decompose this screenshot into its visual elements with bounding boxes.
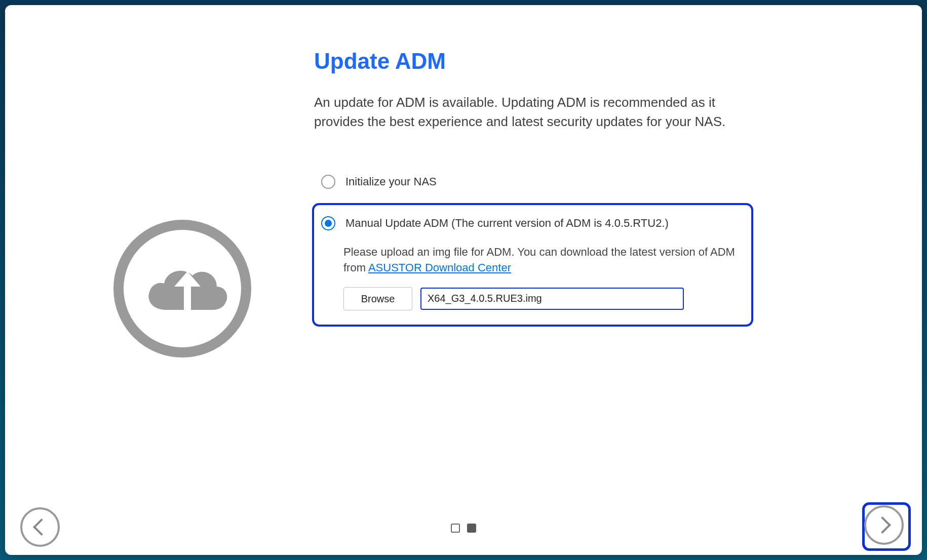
option-manual-label: Manual Update ADM (The current version o…: [345, 217, 669, 230]
step-dot-2: [467, 524, 476, 533]
radio-icon: [321, 216, 335, 230]
option-manual-update[interactable]: Manual Update ADM (The current version o…: [314, 205, 751, 325]
content-area: Update ADM An update for ADM is availabl…: [5, 5, 922, 499]
option-initialize[interactable]: Initialize your NAS: [314, 172, 836, 192]
step-indicator: [451, 524, 476, 533]
chevron-left-icon: [33, 518, 50, 536]
option-initialize-label: Initialize your NAS: [345, 175, 437, 188]
previous-button[interactable]: [20, 507, 60, 547]
form-pane: Update ADM An update for ADM is availabl…: [304, 5, 922, 499]
download-center-link[interactable]: ASUSTOR Download Center: [368, 261, 511, 274]
browse-button[interactable]: Browse: [343, 287, 412, 310]
file-path-input[interactable]: [420, 288, 684, 310]
current-version: 4.0.5.RTU2: [605, 217, 662, 229]
page-title: Update ADM: [314, 49, 836, 74]
page-description: An update for ADM is available. Updating…: [314, 93, 750, 131]
footer-bar: [5, 499, 922, 555]
next-button[interactable]: [864, 505, 904, 545]
illustration-pane: [5, 5, 304, 499]
step-dot-1: [451, 524, 460, 533]
cloud-upload-icon: [111, 218, 253, 362]
radio-icon: [321, 175, 335, 189]
wizard-window: Update ADM An update for ADM is availabl…: [5, 5, 922, 555]
manual-update-details: Please upload an img file for ADM. You c…: [343, 245, 744, 310]
chevron-right-icon: [874, 516, 891, 534]
